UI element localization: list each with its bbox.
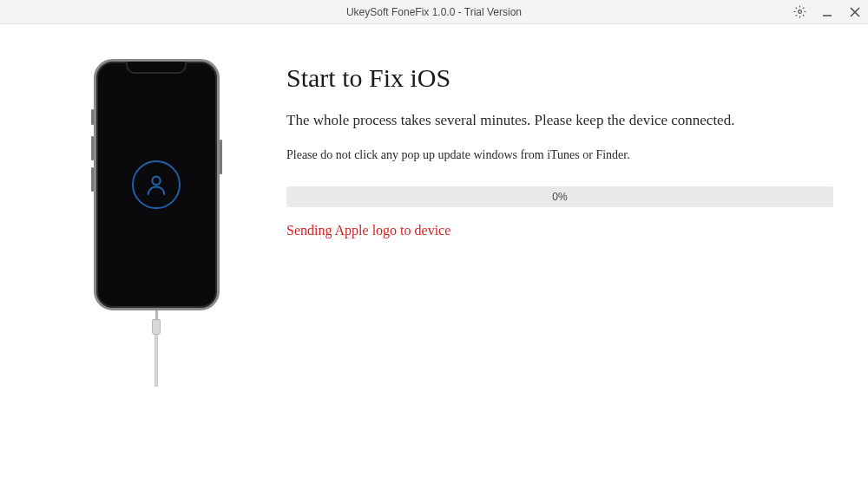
minimize-button[interactable] bbox=[819, 4, 835, 20]
page-title: Start to Fix iOS bbox=[286, 63, 833, 93]
device-illustration bbox=[35, 59, 278, 496]
progress-bar: 0% bbox=[286, 186, 833, 207]
warning-text: Please do not click any pop up update wi… bbox=[286, 148, 833, 162]
phone-side-button bbox=[91, 167, 94, 192]
status-text: Sending Apple logo to device bbox=[286, 223, 833, 238]
close-icon bbox=[850, 7, 860, 17]
main-content: Start to Fix iOS The whole process takes… bbox=[0, 24, 868, 496]
phone-side-button bbox=[91, 109, 94, 125]
close-button[interactable] bbox=[847, 4, 863, 20]
svg-point-0 bbox=[798, 10, 801, 14]
phone-side-button bbox=[91, 136, 94, 160]
title-bar: UkeySoft FoneFix 1.0.0 - Trial Version bbox=[0, 0, 868, 24]
user-icon bbox=[144, 173, 168, 197]
svg-point-4 bbox=[152, 177, 160, 185]
settings-button[interactable] bbox=[792, 4, 807, 20]
content-panel: Start to Fix iOS The whole process takes… bbox=[278, 59, 833, 496]
phone-frame bbox=[94, 59, 220, 310]
minimize-icon bbox=[822, 7, 832, 17]
phone-side-button bbox=[220, 140, 222, 174]
window-title: UkeySoft FoneFix 1.0.0 - Trial Version bbox=[346, 6, 522, 18]
window-controls bbox=[792, 4, 863, 20]
cable-tip bbox=[155, 310, 158, 319]
cable-connector bbox=[152, 319, 161, 335]
phone-notch bbox=[126, 62, 187, 74]
subheading-text: The whole process takes several minutes.… bbox=[286, 112, 833, 129]
gear-icon bbox=[793, 5, 806, 18]
user-icon-circle bbox=[132, 160, 181, 209]
progress-percent: 0% bbox=[552, 191, 567, 203]
cable-wire bbox=[155, 335, 158, 387]
